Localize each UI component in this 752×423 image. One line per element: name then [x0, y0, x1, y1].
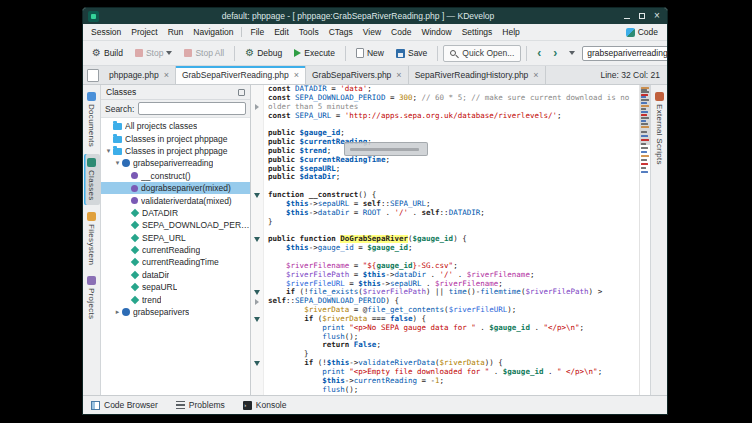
menu-help[interactable]: Help	[497, 25, 524, 39]
menu-view[interactable]: View	[358, 25, 386, 39]
tab-close-icon[interactable]: ×	[164, 70, 169, 80]
menu-run[interactable]: Run	[163, 25, 189, 39]
document-list-button[interactable]	[87, 69, 99, 82]
class-tree-item[interactable]: validateriverdata(mixed)	[101, 194, 250, 206]
sidebar-tab-external-scripts[interactable]: External Scripts	[651, 88, 667, 169]
new-button[interactable]: New	[351, 46, 389, 60]
debug-button[interactable]: Debug	[240, 46, 287, 60]
code-line[interactable]: flush();	[251, 386, 639, 395]
titlebar[interactable]: default: phppage - [ phppage:GrabSepaRiv…	[83, 8, 667, 24]
stop-all-button[interactable]: Stop All	[179, 46, 229, 60]
search-input[interactable]	[582, 46, 667, 61]
class-tree-item[interactable]: currentReading	[101, 244, 250, 256]
tab-phppage.php[interactable]: phppage.php×	[103, 66, 176, 84]
classes-search-input[interactable]	[138, 102, 246, 115]
class-tree-item[interactable]: ▾grabsepariverreading	[101, 157, 250, 169]
code-line[interactable]: print "<p>No SEPA gauge data for " . $ga…	[251, 324, 639, 333]
fold-marker-icon[interactable]	[251, 315, 264, 324]
build-button[interactable]: Build	[87, 46, 128, 60]
code-line[interactable]: print "<p>Empty file downloaded for " . …	[251, 368, 639, 377]
editor[interactable]: const DATADIR = 'data';const SEPA_DOWNLO…	[251, 85, 639, 395]
code-line[interactable]: older than 5 minutes	[251, 103, 639, 112]
maximize-button[interactable]	[637, 11, 647, 21]
expander-icon[interactable]: ▾	[113, 159, 122, 167]
code-line[interactable]: $this->dataDir = ROOT . '/' . self::DATA…	[251, 209, 639, 218]
code-line[interactable]: $this->currentReading = -1;	[251, 377, 639, 386]
class-tree-item[interactable]: dograbsepariver(mixed)	[101, 182, 250, 194]
code-line[interactable]	[251, 253, 639, 262]
code-line[interactable]	[251, 120, 639, 129]
class-tree-item[interactable]: Classes in project phppage	[101, 132, 250, 144]
quick-open-button[interactable]: Quick Open...	[443, 45, 521, 62]
class-tree-item[interactable]: dataDir	[101, 269, 250, 281]
expander-icon[interactable]: ▸	[113, 308, 122, 316]
sidebar-tab-classes[interactable]: Classes	[84, 154, 100, 205]
menu-navigation[interactable]: Navigation	[188, 25, 238, 39]
code-line[interactable]: flush();	[251, 333, 639, 342]
panel-detach-icon[interactable]	[238, 89, 245, 96]
class-tree-item[interactable]: DATADIR	[101, 207, 250, 219]
class-tree-item[interactable]: All projects classes	[101, 120, 250, 132]
code-line[interactable]: $riverFilePath = $this->dataDir . '/' . …	[251, 271, 639, 280]
menu-window[interactable]: Window	[416, 25, 456, 39]
minimize-button[interactable]	[622, 11, 632, 21]
code-line[interactable]: if (!file_exists($riverFilePath) || time…	[251, 288, 639, 297]
code-line[interactable]: $riverData = @file_get_contents($riverFi…	[251, 306, 639, 315]
tab-close-icon[interactable]: ×	[294, 70, 299, 80]
fold-marker-icon[interactable]	[251, 288, 264, 297]
tab-SepaRiverReadingHistory.php[interactable]: SepaRiverReadingHistory.php×	[409, 66, 546, 84]
menu-project[interactable]: Project	[126, 25, 162, 39]
sidebar-tab-documents[interactable]: Documents	[84, 88, 100, 151]
class-tree-item[interactable]: ▸grabseparivers	[101, 306, 250, 318]
menu-tools[interactable]: Tools	[294, 25, 324, 39]
nav-back-button[interactable]	[532, 46, 546, 61]
code-line[interactable]: public $currentReading;	[251, 138, 639, 147]
tab-GrabSepaRiverReading.php[interactable]: GrabSepaRiverReading.php×	[176, 66, 306, 84]
code-line[interactable]: if (!$this->validateRiverData($riverData…	[251, 359, 639, 368]
menu-settings[interactable]: Settings	[457, 25, 498, 39]
expander-icon[interactable]: ▾	[104, 147, 113, 155]
code-line[interactable]: const SEPA_DOWNLOAD_PERIOD = 300; // 60 …	[251, 94, 639, 103]
menu-ctags[interactable]: CTags	[324, 25, 358, 39]
stop-button[interactable]: Stop	[130, 46, 178, 60]
code-line[interactable]: function __construct() {	[251, 191, 639, 200]
sidebar-tab-filesystem[interactable]: Filesystem	[84, 208, 100, 269]
fold-marker-icon[interactable]	[251, 235, 264, 244]
code-line[interactable]: const SEPA_URL = 'http://apps.sepa.org.u…	[251, 112, 639, 121]
code-line[interactable]: public $gauge_id;	[251, 129, 639, 138]
nav-dropdown-button[interactable]	[564, 49, 580, 57]
sidebar-tab-projects[interactable]: Projects	[84, 272, 100, 323]
close-button[interactable]	[652, 11, 662, 21]
class-tree-item[interactable]: currentReadingTime	[101, 256, 250, 268]
tab-close-icon[interactable]: ×	[533, 70, 538, 80]
class-tree-item[interactable]: sepaURL	[101, 281, 250, 293]
code-line[interactable]: public $trend;	[251, 147, 639, 156]
code-line[interactable]: }	[251, 218, 639, 227]
area-switcher-code-button[interactable]: Code	[620, 26, 664, 38]
execute-button[interactable]: Execute	[289, 46, 340, 60]
code-line[interactable]: if ($riverData === false) {	[251, 315, 639, 324]
minimap-scrollbar[interactable]	[639, 85, 650, 395]
class-tree-item[interactable]: trend	[101, 293, 250, 305]
menu-session[interactable]: Session	[86, 25, 126, 39]
code-line[interactable]: self::SEPA_DOWNLOAD_PERIOD) {	[251, 297, 639, 306]
code-line[interactable]: public $sepaURL;	[251, 165, 639, 174]
code-line[interactable]: public $dataDir;	[251, 173, 639, 182]
code-line[interactable]: public $currentReadingTime;	[251, 156, 639, 165]
code-line[interactable]	[251, 227, 639, 236]
code-line[interactable]: $this->sepaURL = self::SEPA_URL;	[251, 200, 639, 209]
statusbar-problems-button[interactable]: Problems	[173, 399, 228, 411]
tab-close-icon[interactable]: ×	[396, 70, 401, 80]
fold-marker-icon[interactable]	[251, 191, 264, 200]
menu-edit[interactable]: Edit	[269, 25, 294, 39]
code-line[interactable]: }	[251, 350, 639, 359]
fold-marker-icon[interactable]	[251, 359, 264, 368]
code-line[interactable]: $riverFilename = "${gauge_id}-SG.csv";	[251, 262, 639, 271]
code-line[interactable]: $riverFileURL = $this->sepaURL . $riverF…	[251, 280, 639, 289]
code-line[interactable]: return False;	[251, 341, 639, 350]
class-tree-item[interactable]: ▾Classes in project phppage	[101, 145, 250, 157]
menu-file[interactable]: File	[245, 25, 269, 39]
nav-forward-button[interactable]	[548, 46, 562, 61]
code-line[interactable]	[251, 182, 639, 191]
menu-code[interactable]: Code	[386, 25, 416, 39]
